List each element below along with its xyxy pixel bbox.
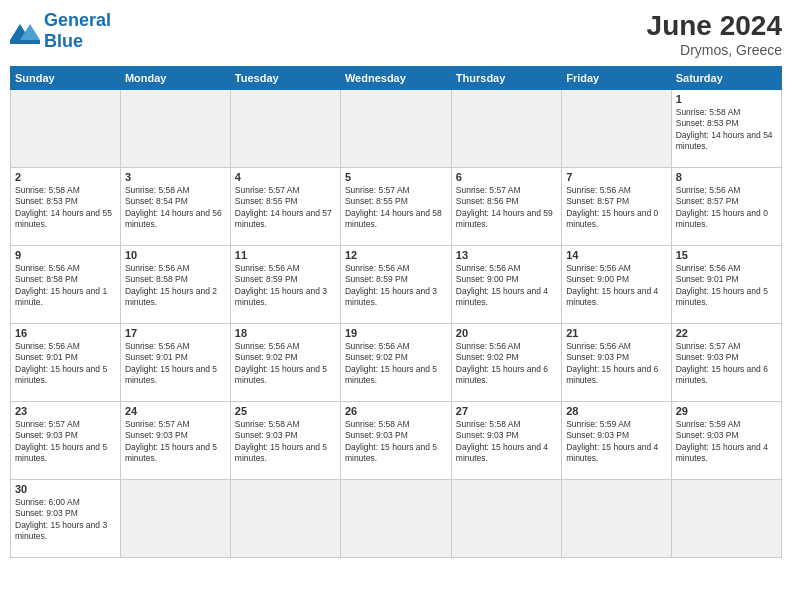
day-number: 5 <box>345 171 447 183</box>
calendar-cell: 27Sunrise: 5:58 AMSunset: 9:03 PMDayligh… <box>451 402 561 480</box>
calendar-cell: 15Sunrise: 5:56 AMSunset: 9:01 PMDayligh… <box>671 246 781 324</box>
calendar-cell: 12Sunrise: 5:56 AMSunset: 8:59 PMDayligh… <box>340 246 451 324</box>
day-info: Sunrise: 5:56 AMSunset: 8:57 PMDaylight:… <box>566 185 667 231</box>
day-number: 9 <box>15 249 116 261</box>
calendar-cell: 4Sunrise: 5:57 AMSunset: 8:55 PMDaylight… <box>230 168 340 246</box>
logo: GeneralBlue <box>10 10 111 52</box>
day-number: 26 <box>345 405 447 417</box>
day-number: 3 <box>125 171 226 183</box>
day-info: Sunrise: 5:57 AMSunset: 9:03 PMDaylight:… <box>125 419 226 465</box>
day-number: 1 <box>676 93 777 105</box>
page-header: GeneralBlue June 2024 Drymos, Greece <box>10 10 782 58</box>
calendar-cell: 30Sunrise: 6:00 AMSunset: 9:03 PMDayligh… <box>11 480 121 558</box>
logo-text: GeneralBlue <box>44 10 111 52</box>
header-sunday: Sunday <box>11 67 121 90</box>
calendar-cell: 6Sunrise: 5:57 AMSunset: 8:56 PMDaylight… <box>451 168 561 246</box>
calendar-cell <box>120 90 230 168</box>
day-number: 21 <box>566 327 667 339</box>
day-info: Sunrise: 5:59 AMSunset: 9:03 PMDaylight:… <box>676 419 777 465</box>
calendar-cell <box>671 480 781 558</box>
day-number: 25 <box>235 405 336 417</box>
day-info: Sunrise: 5:56 AMSunset: 8:58 PMDaylight:… <box>15 263 116 309</box>
calendar-cell: 22Sunrise: 5:57 AMSunset: 9:03 PMDayligh… <box>671 324 781 402</box>
calendar-cell: 11Sunrise: 5:56 AMSunset: 8:59 PMDayligh… <box>230 246 340 324</box>
header-thursday: Thursday <box>451 67 561 90</box>
day-info: Sunrise: 5:57 AMSunset: 9:03 PMDaylight:… <box>676 341 777 387</box>
calendar-cell: 21Sunrise: 5:56 AMSunset: 9:03 PMDayligh… <box>562 324 672 402</box>
day-number: 19 <box>345 327 447 339</box>
calendar-cell: 2Sunrise: 5:58 AMSunset: 8:53 PMDaylight… <box>11 168 121 246</box>
day-info: Sunrise: 5:58 AMSunset: 8:54 PMDaylight:… <box>125 185 226 231</box>
calendar-cell: 8Sunrise: 5:56 AMSunset: 8:57 PMDaylight… <box>671 168 781 246</box>
day-number: 15 <box>676 249 777 261</box>
calendar-cell <box>451 90 561 168</box>
calendar-cell <box>11 90 121 168</box>
header-tuesday: Tuesday <box>230 67 340 90</box>
day-info: Sunrise: 5:56 AMSunset: 8:59 PMDaylight:… <box>235 263 336 309</box>
day-number: 16 <box>15 327 116 339</box>
day-number: 28 <box>566 405 667 417</box>
week-row-3: 9Sunrise: 5:56 AMSunset: 8:58 PMDaylight… <box>11 246 782 324</box>
day-number: 18 <box>235 327 336 339</box>
day-number: 13 <box>456 249 557 261</box>
calendar-cell: 17Sunrise: 5:56 AMSunset: 9:01 PMDayligh… <box>120 324 230 402</box>
day-number: 22 <box>676 327 777 339</box>
day-number: 12 <box>345 249 447 261</box>
day-info: Sunrise: 5:56 AMSunset: 9:01 PMDaylight:… <box>676 263 777 309</box>
day-info: Sunrise: 5:56 AMSunset: 9:02 PMDaylight:… <box>345 341 447 387</box>
calendar-cell: 16Sunrise: 5:56 AMSunset: 9:01 PMDayligh… <box>11 324 121 402</box>
day-number: 29 <box>676 405 777 417</box>
day-info: Sunrise: 5:56 AMSunset: 9:03 PMDaylight:… <box>566 341 667 387</box>
day-number: 20 <box>456 327 557 339</box>
day-number: 10 <box>125 249 226 261</box>
calendar-cell: 3Sunrise: 5:58 AMSunset: 8:54 PMDaylight… <box>120 168 230 246</box>
title-block: June 2024 Drymos, Greece <box>647 10 782 58</box>
day-number: 8 <box>676 171 777 183</box>
calendar-cell: 7Sunrise: 5:56 AMSunset: 8:57 PMDaylight… <box>562 168 672 246</box>
calendar-table: Sunday Monday Tuesday Wednesday Thursday… <box>10 66 782 558</box>
calendar-cell: 24Sunrise: 5:57 AMSunset: 9:03 PMDayligh… <box>120 402 230 480</box>
calendar-cell <box>562 90 672 168</box>
day-number: 27 <box>456 405 557 417</box>
calendar-cell: 18Sunrise: 5:56 AMSunset: 9:02 PMDayligh… <box>230 324 340 402</box>
calendar-cell <box>230 90 340 168</box>
logo-icon <box>10 20 40 44</box>
day-number: 24 <box>125 405 226 417</box>
day-number: 2 <box>15 171 116 183</box>
week-row-5: 23Sunrise: 5:57 AMSunset: 9:03 PMDayligh… <box>11 402 782 480</box>
day-info: Sunrise: 5:56 AMSunset: 9:02 PMDaylight:… <box>235 341 336 387</box>
calendar-cell: 29Sunrise: 5:59 AMSunset: 9:03 PMDayligh… <box>671 402 781 480</box>
day-info: Sunrise: 5:56 AMSunset: 9:00 PMDaylight:… <box>566 263 667 309</box>
day-info: Sunrise: 5:57 AMSunset: 8:55 PMDaylight:… <box>345 185 447 231</box>
day-number: 11 <box>235 249 336 261</box>
week-row-2: 2Sunrise: 5:58 AMSunset: 8:53 PMDaylight… <box>11 168 782 246</box>
calendar-cell: 26Sunrise: 5:58 AMSunset: 9:03 PMDayligh… <box>340 402 451 480</box>
calendar-cell: 19Sunrise: 5:56 AMSunset: 9:02 PMDayligh… <box>340 324 451 402</box>
day-number: 14 <box>566 249 667 261</box>
day-number: 23 <box>15 405 116 417</box>
day-info: Sunrise: 5:59 AMSunset: 9:03 PMDaylight:… <box>566 419 667 465</box>
calendar-cell: 10Sunrise: 5:56 AMSunset: 8:58 PMDayligh… <box>120 246 230 324</box>
day-info: Sunrise: 5:56 AMSunset: 9:01 PMDaylight:… <box>125 341 226 387</box>
calendar-cell: 13Sunrise: 5:56 AMSunset: 9:00 PMDayligh… <box>451 246 561 324</box>
day-number: 30 <box>15 483 116 495</box>
calendar-cell: 20Sunrise: 5:56 AMSunset: 9:02 PMDayligh… <box>451 324 561 402</box>
day-info: Sunrise: 5:56 AMSunset: 8:59 PMDaylight:… <box>345 263 447 309</box>
calendar-cell <box>340 90 451 168</box>
calendar-cell <box>562 480 672 558</box>
header-wednesday: Wednesday <box>340 67 451 90</box>
day-info: Sunrise: 6:00 AMSunset: 9:03 PMDaylight:… <box>15 497 116 543</box>
calendar-cell: 5Sunrise: 5:57 AMSunset: 8:55 PMDaylight… <box>340 168 451 246</box>
calendar-cell: 14Sunrise: 5:56 AMSunset: 9:00 PMDayligh… <box>562 246 672 324</box>
day-info: Sunrise: 5:57 AMSunset: 8:56 PMDaylight:… <box>456 185 557 231</box>
day-info: Sunrise: 5:57 AMSunset: 9:03 PMDaylight:… <box>15 419 116 465</box>
calendar-cell <box>451 480 561 558</box>
day-number: 6 <box>456 171 557 183</box>
day-info: Sunrise: 5:56 AMSunset: 9:00 PMDaylight:… <box>456 263 557 309</box>
calendar-cell: 28Sunrise: 5:59 AMSunset: 9:03 PMDayligh… <box>562 402 672 480</box>
week-row-4: 16Sunrise: 5:56 AMSunset: 9:01 PMDayligh… <box>11 324 782 402</box>
calendar-cell: 9Sunrise: 5:56 AMSunset: 8:58 PMDaylight… <box>11 246 121 324</box>
calendar-cell: 25Sunrise: 5:58 AMSunset: 9:03 PMDayligh… <box>230 402 340 480</box>
week-row-6: 30Sunrise: 6:00 AMSunset: 9:03 PMDayligh… <box>11 480 782 558</box>
day-info: Sunrise: 5:56 AMSunset: 9:02 PMDaylight:… <box>456 341 557 387</box>
